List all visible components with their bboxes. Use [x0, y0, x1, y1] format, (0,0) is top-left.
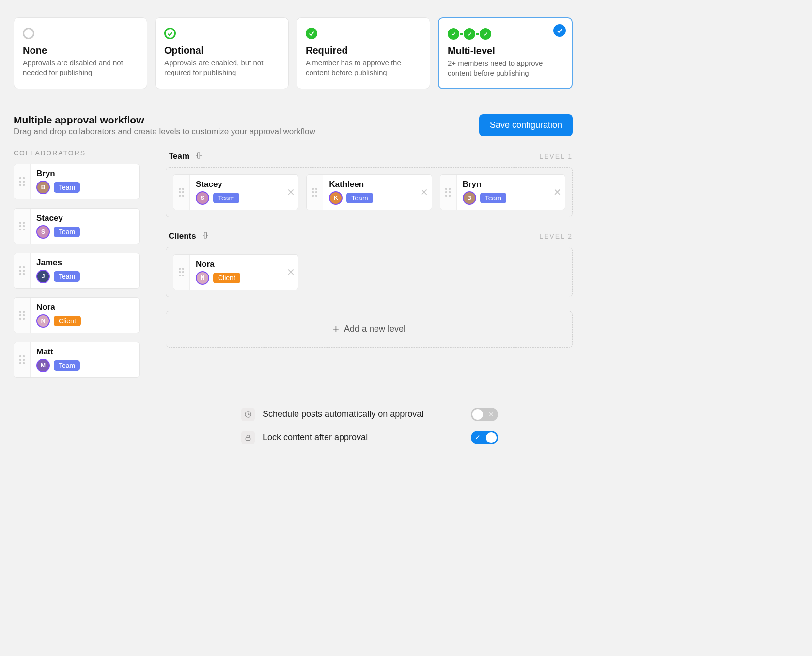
option-desc: Approvals are disabled and not needed fo… [23, 58, 138, 78]
section-header: Multiple approval workflow Drag and drop… [14, 114, 573, 137]
person-card[interactable]: Stacey S Team [14, 208, 140, 244]
person-card[interactable]: Matt M Team [14, 342, 140, 378]
option-desc: A member has to approve the content befo… [306, 58, 421, 78]
collaborators-heading: COLLABORATORS [14, 149, 140, 157]
person-card[interactable]: Bryn B Team ✕ [440, 174, 565, 210]
lock-icon [241, 431, 255, 444]
plus-icon: + [333, 323, 339, 336]
drag-handle[interactable] [173, 255, 190, 290]
remove-person-button[interactable]: ✕ [417, 175, 432, 210]
svg-rect-7 [246, 437, 250, 440]
person-name: Bryn [36, 169, 133, 179]
person-name: Nora [196, 259, 278, 269]
person-card[interactable]: Stacey S Team ✕ [173, 174, 298, 210]
option-title: Required [306, 45, 421, 56]
setting-label: Schedule posts automatically on approval [263, 409, 423, 419]
selected-check-icon [553, 24, 566, 37]
role-badge: Team [54, 360, 80, 371]
avatar: S [196, 191, 209, 205]
level-block: Clients LEVEL 2 Nora N Client ✕ [166, 231, 573, 297]
avatar: J [36, 270, 50, 283]
level-name: Team [169, 152, 189, 161]
avatar: B [36, 181, 50, 194]
role-badge: Client [54, 316, 81, 326]
option-required[interactable]: Required A member has to approve the con… [297, 17, 430, 89]
approval-settings: Schedule posts automatically on approval… [241, 403, 573, 449]
section-title: Multiple approval workflow [14, 114, 315, 126]
person-card[interactable]: Nora N Client ✕ [173, 254, 298, 290]
level-name: Clients [169, 231, 196, 241]
role-badge: Team [54, 227, 80, 237]
remove-person-button[interactable]: ✕ [283, 255, 298, 290]
toggle-schedule[interactable]: ✕ [471, 408, 498, 421]
drag-handle[interactable] [14, 209, 31, 244]
option-title: None [23, 45, 138, 56]
required-icon [306, 27, 421, 40]
option-multilevel[interactable]: Multi-level 2+ members need to approve c… [438, 17, 573, 89]
level-label: LEVEL 1 [539, 153, 573, 160]
role-badge: Team [54, 271, 80, 282]
optional-icon [164, 27, 280, 40]
drag-handle[interactable] [307, 175, 323, 210]
option-optional[interactable]: Optional Approvals are enabled, but not … [155, 17, 289, 89]
remove-person-button[interactable]: ✕ [283, 175, 298, 210]
person-name: Kathleen [329, 180, 411, 189]
setting-schedule: Schedule posts automatically on approval… [241, 403, 498, 426]
level-label: LEVEL 2 [539, 232, 573, 240]
role-badge: Team [346, 193, 373, 203]
person-name: James [36, 258, 133, 268]
rename-icon[interactable] [194, 151, 203, 162]
rename-icon[interactable] [201, 231, 210, 242]
role-badge: Client [213, 273, 240, 283]
option-title: Optional [164, 45, 280, 56]
remove-person-button[interactable]: ✕ [550, 175, 565, 210]
collaborators-column: COLLABORATORS Bryn B Team Stacey S Team [14, 149, 140, 386]
option-none[interactable]: None Approvals are disabled and not need… [14, 17, 147, 89]
setting-label: Lock content after approval [263, 432, 368, 442]
option-desc: Approvals are enabled, but not required … [164, 58, 280, 78]
person-card[interactable]: Nora N Client [14, 297, 140, 333]
multilevel-icon [448, 27, 563, 41]
level-drop-zone[interactable]: Nora N Client ✕ [166, 247, 573, 297]
role-badge: Team [480, 193, 506, 203]
none-icon [23, 27, 138, 40]
person-card[interactable]: Bryn B Team [14, 164, 140, 199]
person-name: Bryn [463, 180, 545, 189]
avatar: S [36, 225, 50, 239]
option-title: Multi-level [448, 46, 563, 57]
role-badge: Team [54, 182, 80, 193]
person-card[interactable]: James J Team [14, 253, 140, 289]
person-name: Stacey [196, 180, 278, 189]
drag-handle[interactable] [14, 253, 31, 288]
avatar: K [329, 191, 343, 205]
avatar: N [36, 314, 50, 328]
drag-handle[interactable] [14, 298, 31, 333]
add-level-label: Add a new level [344, 324, 406, 334]
drag-handle[interactable] [440, 175, 457, 210]
levels-column: Team LEVEL 1 Stacey S Team ✕ [166, 149, 573, 386]
avatar: N [196, 271, 209, 285]
person-name: Matt [36, 347, 133, 357]
option-desc: 2+ members need to approve content befor… [448, 59, 563, 78]
level-drop-zone[interactable]: Stacey S Team ✕ Kathleen K Team ✕ Bryn [166, 167, 573, 217]
person-name: Stacey [36, 214, 133, 223]
person-card[interactable]: Kathleen K Team ✕ [306, 174, 432, 210]
approval-options: None Approvals are disabled and not need… [14, 17, 573, 89]
save-configuration-button[interactable]: Save configuration [479, 114, 573, 136]
svg-rect-3 [204, 232, 206, 238]
avatar: M [36, 359, 50, 372]
add-level-button[interactable]: + Add a new level [166, 311, 573, 348]
level-block: Team LEVEL 1 Stacey S Team ✕ [166, 151, 573, 217]
svg-rect-0 [198, 153, 200, 158]
setting-lock: Lock content after approval ✓ [241, 426, 498, 449]
drag-handle[interactable] [14, 164, 31, 199]
section-subtitle: Drag and drop collaborators and create l… [14, 127, 315, 137]
drag-handle[interactable] [14, 342, 31, 377]
toggle-lock[interactable]: ✓ [471, 431, 498, 444]
clock-icon [241, 408, 255, 421]
drag-handle[interactable] [173, 175, 190, 210]
avatar: B [463, 191, 476, 205]
role-badge: Team [213, 193, 239, 203]
person-name: Nora [36, 303, 133, 312]
